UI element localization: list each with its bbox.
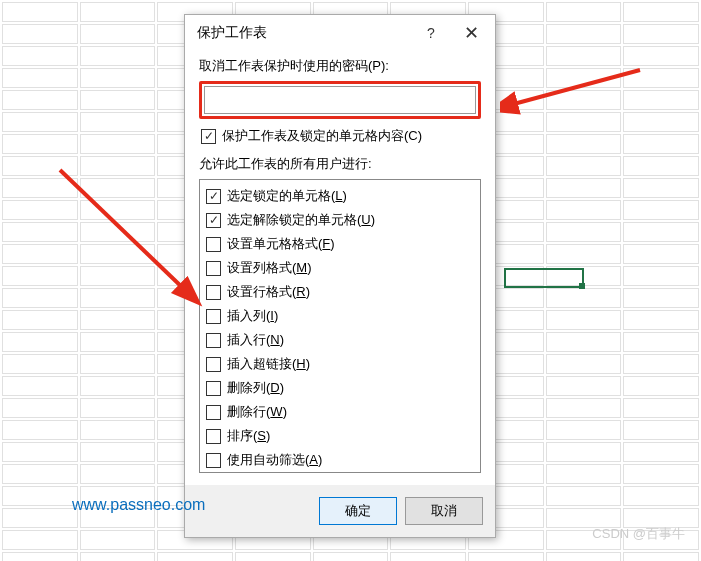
protect-sheet-dialog: 保护工作表 ? ✕ 取消工作表保护时使用的密码(P): 保护工作表及锁定的单元格… <box>184 14 496 538</box>
permission-checkbox[interactable] <box>206 261 221 276</box>
dialog-title: 保护工作表 <box>197 24 411 42</box>
protect-structure-row[interactable]: 保护工作表及锁定的单元格内容(C) <box>199 127 481 145</box>
permission-item[interactable]: 设置单元格格式(F) <box>202 232 478 256</box>
active-cell-indicator[interactable] <box>504 268 584 288</box>
watermark-url: www.passneo.com <box>72 496 205 514</box>
dialog-footer: 确定 取消 <box>185 485 495 537</box>
password-highlight-box <box>199 81 481 119</box>
permission-label: 插入超链接(H) <box>227 355 310 373</box>
permission-label: 使用自动筛选(A) <box>227 451 322 469</box>
permission-item[interactable]: 插入列(I) <box>202 304 478 328</box>
permission-checkbox[interactable] <box>206 405 221 420</box>
permission-label: 排序(S) <box>227 427 270 445</box>
permission-checkbox[interactable] <box>206 237 221 252</box>
permission-item[interactable]: 设置列格式(M) <box>202 256 478 280</box>
close-button[interactable]: ✕ <box>451 22 491 44</box>
permission-item[interactable]: 选定解除锁定的单元格(U) <box>202 208 478 232</box>
permission-checkbox[interactable] <box>206 285 221 300</box>
permission-checkbox[interactable] <box>206 309 221 324</box>
dialog-titlebar[interactable]: 保护工作表 ? ✕ <box>185 15 495 51</box>
permission-checkbox[interactable] <box>206 357 221 372</box>
permission-label: 插入行(N) <box>227 331 284 349</box>
permission-label: 选定锁定的单元格(L) <box>227 187 347 205</box>
permission-item[interactable]: 删除行(W) <box>202 400 478 424</box>
permission-item[interactable]: 插入超链接(H) <box>202 352 478 376</box>
permission-item[interactable]: 删除列(D) <box>202 376 478 400</box>
permission-checkbox[interactable] <box>206 189 221 204</box>
protect-structure-label: 保护工作表及锁定的单元格内容(C) <box>222 127 422 145</box>
permission-label: 设置单元格格式(F) <box>227 235 335 253</box>
permission-label: 删除行(W) <box>227 403 287 421</box>
permission-label: 设置列格式(M) <box>227 259 312 277</box>
close-icon: ✕ <box>464 23 479 43</box>
permission-item[interactable]: 设置行格式(R) <box>202 280 478 304</box>
password-label: 取消工作表保护时使用的密码(P): <box>199 57 481 75</box>
watermark-csdn: CSDN @百事牛 <box>592 525 685 543</box>
permission-label: 选定解除锁定的单元格(U) <box>227 211 375 229</box>
permissions-label: 允许此工作表的所有用户进行: <box>199 155 481 173</box>
permission-item[interactable]: 选定锁定的单元格(L) <box>202 184 478 208</box>
permission-label: 设置行格式(R) <box>227 283 310 301</box>
permissions-listbox[interactable]: 选定锁定的单元格(L)选定解除锁定的单元格(U)设置单元格格式(F)设置列格式(… <box>199 179 481 473</box>
permission-item[interactable]: 排序(S) <box>202 424 478 448</box>
protect-structure-checkbox[interactable] <box>201 129 216 144</box>
ok-button[interactable]: 确定 <box>319 497 397 525</box>
permission-checkbox[interactable] <box>206 453 221 468</box>
cancel-button[interactable]: 取消 <box>405 497 483 525</box>
permission-checkbox[interactable] <box>206 213 221 228</box>
permission-label: 插入列(I) <box>227 307 278 325</box>
permission-item[interactable]: 使用自动筛选(A) <box>202 448 478 472</box>
permission-checkbox[interactable] <box>206 381 221 396</box>
help-button[interactable]: ? <box>411 25 451 41</box>
permission-label: 删除列(D) <box>227 379 284 397</box>
permission-checkbox[interactable] <box>206 333 221 348</box>
password-input[interactable] <box>204 86 476 114</box>
permission-item[interactable]: 插入行(N) <box>202 328 478 352</box>
permission-checkbox[interactable] <box>206 429 221 444</box>
